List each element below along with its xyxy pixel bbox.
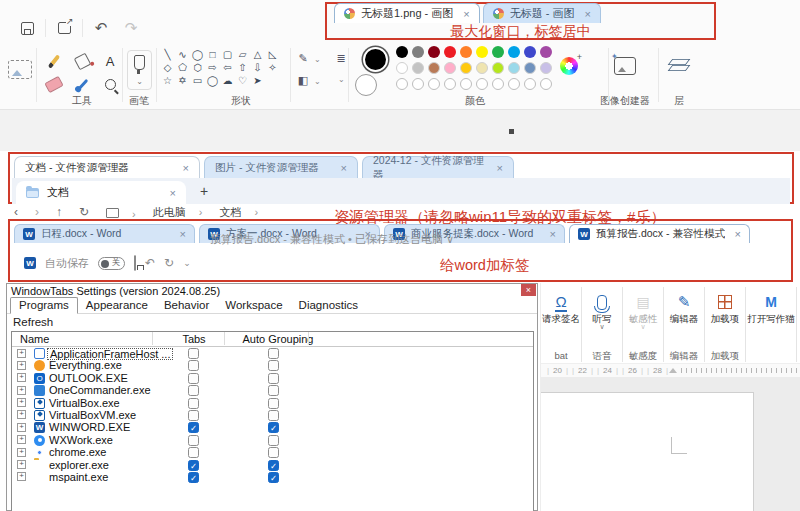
- shape-icon[interactable]: ✡: [175, 74, 190, 87]
- program-row[interactable]: + chrome.exe: [12, 446, 533, 458]
- empty-color-slot[interactable]: [540, 78, 552, 90]
- save-icon[interactable]: [134, 255, 136, 271]
- paint-canvas[interactable]: [0, 109, 800, 151]
- tree-expand-icon[interactable]: +: [17, 398, 26, 407]
- pencil-tool[interactable]: [40, 50, 68, 73]
- tabs-checkbox[interactable]: [188, 460, 199, 471]
- empty-color-slot[interactable]: [508, 78, 520, 90]
- empty-color-slot[interactable]: [476, 78, 488, 90]
- fill-tool[interactable]: [68, 50, 96, 73]
- ribbon-button[interactable]: 加载项 ∨: [706, 287, 744, 349]
- shape-icon[interactable]: □: [205, 48, 220, 61]
- shape-icon[interactable]: ╲: [160, 48, 175, 61]
- tabs-checkbox[interactable]: [188, 360, 199, 371]
- edit-colors-wheel-icon[interactable]: [560, 57, 578, 75]
- color-swatch[interactable]: [476, 62, 488, 74]
- close-icon[interactable]: ×: [497, 162, 503, 174]
- auto-grouping-checkbox[interactable]: [268, 348, 279, 359]
- shape-icon[interactable]: ☆: [160, 74, 175, 87]
- chevron-down-icon[interactable]: ⌄: [314, 77, 321, 86]
- tabs-checkbox[interactable]: [188, 348, 199, 359]
- document-page[interactable]: [541, 392, 754, 511]
- paint-tab[interactable]: 无标题1.png - 画图 ×: [334, 3, 480, 23]
- color-swatch[interactable]: [540, 62, 552, 74]
- tree-expand-icon[interactable]: +: [17, 386, 26, 395]
- refresh-menu-item[interactable]: Refresh: [13, 316, 53, 328]
- breadcrumb-documents[interactable]: 文档: [219, 206, 258, 219]
- auto-grouping-checkbox[interactable]: [268, 385, 279, 396]
- shape-icon[interactable]: ∿: [175, 48, 190, 61]
- program-row[interactable]: + VirtualBoxVM.exe: [12, 409, 533, 421]
- close-icon[interactable]: ×: [180, 228, 186, 240]
- auto-grouping-checkbox[interactable]: [268, 460, 279, 471]
- shape-icon[interactable]: ⇧: [235, 61, 250, 74]
- color-swatch[interactable]: [412, 62, 424, 74]
- redo-icon[interactable]: ↻: [164, 256, 174, 270]
- empty-color-slot[interactable]: [412, 78, 424, 90]
- shape-icon[interactable]: ▢: [220, 48, 235, 61]
- auto-grouping-checkbox[interactable]: [268, 360, 279, 371]
- undo-icon[interactable]: ↶: [145, 256, 155, 270]
- close-icon[interactable]: ×: [341, 162, 347, 174]
- tree-expand-icon[interactable]: +: [17, 460, 26, 469]
- color-swatch[interactable]: [492, 62, 504, 74]
- tree-expand-icon[interactable]: +: [17, 448, 26, 457]
- close-icon[interactable]: ×: [463, 8, 469, 20]
- breadcrumb-this-pc[interactable]: 此电脑: [153, 206, 203, 219]
- auto-grouping-checkbox[interactable]: [268, 410, 279, 421]
- shape-icon[interactable]: ⬡: [190, 61, 205, 74]
- shape-icon[interactable]: ✧: [265, 61, 280, 74]
- explorer-native-tab[interactable]: 文档 ×: [16, 181, 186, 204]
- tree-expand-icon[interactable]: +: [17, 361, 26, 370]
- tabs-checkbox[interactable]: [188, 398, 199, 409]
- program-row[interactable]: + VirtualBox.exe: [12, 397, 533, 409]
- color-swatch[interactable]: [540, 46, 552, 58]
- undo-icon[interactable]: ↶: [86, 18, 116, 38]
- color-swatch[interactable]: [460, 46, 472, 58]
- close-icon[interactable]: ×: [735, 228, 741, 240]
- program-row[interactable]: + explorer.exe: [12, 459, 533, 471]
- column-tabs[interactable]: Tabs: [164, 333, 224, 345]
- program-row[interactable]: + OUTLOOK.EXE: [12, 372, 533, 384]
- program-row[interactable]: + WINWORD.EXE: [12, 421, 533, 433]
- eraser-tool[interactable]: [40, 73, 68, 96]
- settings-tab[interactable]: Programs: [10, 297, 78, 314]
- color-swatch[interactable]: [508, 62, 520, 74]
- close-icon[interactable]: ×: [170, 187, 176, 199]
- shape-icon[interactable]: ⬠: [175, 61, 190, 74]
- auto-grouping-checkbox[interactable]: [268, 447, 279, 458]
- auto-grouping-checkbox[interactable]: [268, 472, 279, 483]
- color-swatch[interactable]: [476, 46, 488, 58]
- tabs-checkbox[interactable]: [188, 373, 199, 384]
- shape-icon[interactable]: ⇦: [220, 61, 235, 74]
- brush-button[interactable]: ⌄: [127, 50, 152, 90]
- paint-tab[interactable]: 无标题 - 画图 ×: [483, 3, 601, 23]
- shape-icon[interactable]: ☁: [220, 74, 235, 87]
- color-swatch[interactable]: [460, 62, 472, 74]
- ribbon-button[interactable]: 编辑器 ∨: [665, 287, 703, 349]
- chevron-down-icon[interactable]: ⌄: [338, 75, 345, 84]
- color-swatch[interactable]: [428, 62, 440, 74]
- windowtabs-titlebar[interactable]: WindowTabs Settings (version 2024.08.25)…: [7, 284, 537, 297]
- save-icon[interactable]: [12, 18, 42, 38]
- color-picker-tool[interactable]: [68, 73, 96, 96]
- shape-outline-button[interactable]: ✎: [294, 50, 312, 66]
- auto-grouping-checkbox[interactable]: [268, 373, 279, 384]
- program-row[interactable]: + mspaint.exe: [12, 471, 533, 483]
- shape-icon[interactable]: ⇨: [205, 61, 220, 74]
- program-row[interactable]: + OneCommander.exe: [12, 384, 533, 396]
- ribbon-button[interactable]: 请求签名 ∨: [542, 287, 580, 349]
- empty-color-slot[interactable]: [396, 78, 408, 90]
- settings-tab[interactable]: Behavior: [156, 298, 217, 313]
- refresh-icon[interactable]: ↻: [79, 206, 89, 219]
- color-swatch[interactable]: [412, 46, 424, 58]
- chevron-down-icon[interactable]: ⌄: [314, 55, 321, 64]
- tabs-checkbox[interactable]: [188, 385, 199, 396]
- layers-icon[interactable]: [670, 58, 688, 72]
- shape-icon[interactable]: ◇: [160, 61, 175, 74]
- auto-grouping-checkbox[interactable]: [268, 435, 279, 446]
- forward-icon[interactable]: ›: [35, 206, 39, 219]
- shape-icon[interactable]: ➤: [250, 74, 265, 87]
- tabs-checkbox[interactable]: [188, 472, 199, 483]
- text-tool[interactable]: A: [96, 50, 124, 73]
